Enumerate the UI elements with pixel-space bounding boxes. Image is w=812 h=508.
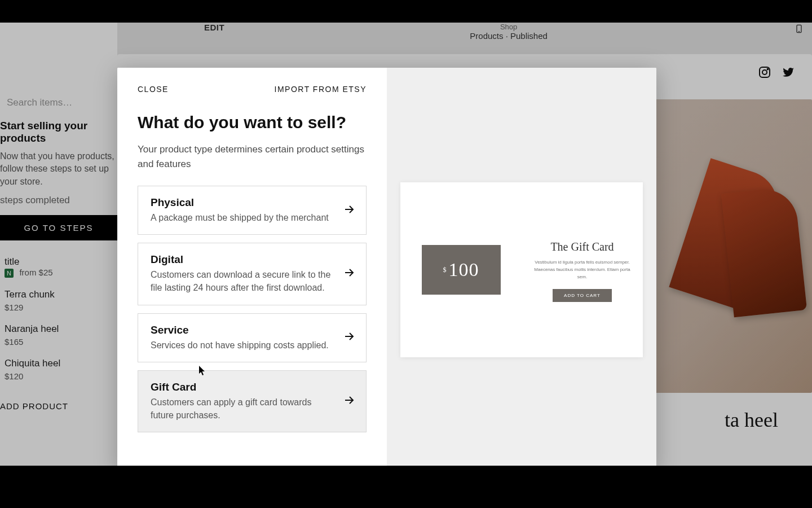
modal-title: What do you want to sell? <box>138 113 367 132</box>
currency-symbol: $ <box>443 266 447 274</box>
arrow-right-icon <box>342 330 356 345</box>
modal-subtitle: Your product type determines certain pro… <box>138 142 367 171</box>
option-title: Gift Card <box>151 381 334 393</box>
gift-amount: 100 <box>449 259 479 281</box>
product-type-option-digital[interactable]: Digital Customers can download a secure … <box>138 243 367 305</box>
preview-card: $ 100 The Gift Card Vestibulum id ligula… <box>400 182 643 357</box>
arrow-right-icon <box>342 203 356 218</box>
option-desc: Customers can apply a gift card towards … <box>151 396 334 422</box>
product-type-option-physical[interactable]: Physical A package must be shipped by th… <box>138 186 367 235</box>
product-type-option-service[interactable]: Service Services do not have shipping co… <box>138 313 367 362</box>
close-button[interactable]: CLOSE <box>138 85 169 94</box>
product-type-option-gift-card[interactable]: Gift Card Customers can apply a gift car… <box>138 370 367 432</box>
option-desc: A package must be shipped by the merchan… <box>151 211 334 224</box>
option-title: Service <box>151 324 334 336</box>
preview-title: The Gift Card <box>532 240 633 253</box>
product-type-modal: CLOSE IMPORT FROM ETSY What do you want … <box>117 68 656 466</box>
arrow-right-icon <box>342 266 356 282</box>
option-desc: Services do not have shipping costs appl… <box>151 339 334 352</box>
option-title: Physical <box>151 196 334 209</box>
option-desc: Customers can download a secure link to … <box>151 268 334 294</box>
option-title: Digital <box>151 253 334 266</box>
gift-card-graphic: $ 100 <box>422 245 501 295</box>
preview-desc: Vestibulum id ligula porta felis euismod… <box>532 259 633 281</box>
arrow-right-icon <box>342 393 356 409</box>
import-etsy-button[interactable]: IMPORT FROM ETSY <box>275 85 367 94</box>
add-to-cart-button[interactable]: ADD TO CART <box>553 289 612 302</box>
